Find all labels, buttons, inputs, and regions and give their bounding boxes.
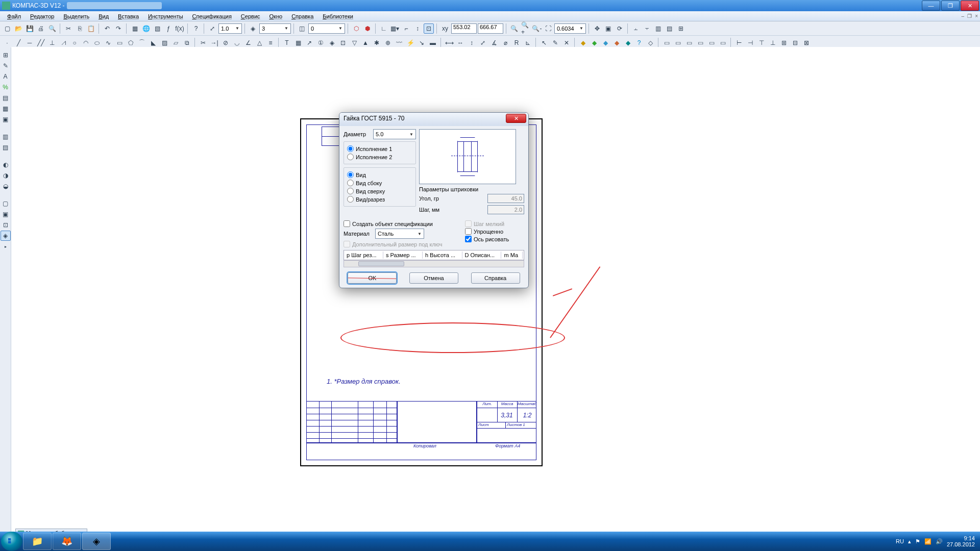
new-icon[interactable]: ▢ (2, 23, 12, 34)
print-icon[interactable]: 🖨 (36, 23, 46, 34)
constraint2-icon[interactable]: ⊣ (745, 38, 755, 48)
offset-icon[interactable]: ⧉ (182, 38, 192, 48)
menu-edit[interactable]: Редактор (26, 12, 58, 20)
tray-flag-icon[interactable]: ⚑ (915, 538, 920, 545)
rough-icon[interactable]: ▽ (349, 38, 359, 48)
zoom-combo[interactable]: 0.6034▼ (554, 23, 586, 34)
snap-icon[interactable]: ⊡ (424, 23, 434, 34)
window-close-button[interactable]: ✕ (961, 1, 979, 11)
scale-combo[interactable]: 1.0▼ (218, 23, 242, 34)
layer-icon[interactable]: ◫ (297, 23, 307, 34)
scale-icon[interactable]: ⤢ (207, 23, 217, 34)
balloon-icon[interactable]: ① (315, 38, 326, 48)
report-tab-icon[interactable]: ▤ (1, 142, 11, 153)
vars-icon[interactable]: ƒ (163, 23, 174, 34)
dim4-icon[interactable]: ⤢ (478, 38, 488, 48)
preview-icon[interactable]: 🔍 (47, 23, 57, 34)
contour-icon[interactable]: ▱ (170, 38, 181, 48)
text-tab-icon[interactable]: A (1, 71, 11, 82)
edit-tab-icon[interactable]: ✎ (1, 61, 11, 71)
menu-service[interactable]: Сервис (237, 12, 264, 20)
dim2-icon[interactable]: ↔ (455, 38, 465, 48)
del-icon[interactable]: ✕ (561, 38, 572, 48)
param-tab-icon[interactable]: ▦ (1, 104, 11, 114)
undo-icon[interactable]: ↶ (102, 23, 112, 34)
dialog-close-button[interactable]: ✕ (506, 114, 526, 123)
hline-icon[interactable]: ─ (24, 38, 35, 48)
axis-checkbox[interactable]: Ось рисовать (465, 236, 524, 242)
col-m[interactable]: m Ма (502, 252, 523, 259)
view-section-radio[interactable]: Вид/разрез (347, 196, 412, 203)
help-button[interactable]: Справка (471, 272, 520, 284)
view4-icon[interactable]: ▭ (695, 38, 705, 48)
window-maximize-button[interactable]: ❐ (941, 1, 960, 11)
mdi-close-button[interactable]: × (975, 13, 978, 19)
grid-dd-icon[interactable]: ▦▾ (390, 23, 400, 34)
text-icon[interactable]: T (282, 38, 292, 48)
simplified-checkbox[interactable]: Упрощенно (465, 228, 524, 235)
task-kompas[interactable]: ◈ (82, 533, 111, 550)
col-h[interactable]: h Высота ... (424, 252, 462, 259)
state-combo[interactable]: 3▼ (259, 23, 291, 34)
layer-combo[interactable]: 0▼ (308, 23, 345, 34)
tool3-icon[interactable]: ◒ (1, 181, 11, 191)
redo-icon[interactable]: ↷ (113, 23, 124, 34)
line-icon[interactable]: ╱ (13, 38, 23, 48)
angle-icon[interactable]: ∠ (243, 38, 253, 48)
task-explorer[interactable]: 📁 (23, 533, 52, 550)
circle-icon[interactable]: ○ (69, 38, 80, 48)
lib2-icon[interactable]: ◆ (589, 38, 599, 48)
lib4-icon[interactable]: ◆ (611, 38, 622, 48)
grid-icon[interactable]: ▦ (130, 23, 140, 34)
sym-tab-icon[interactable]: ▤ (1, 93, 11, 103)
tool5-icon[interactable]: ▣ (1, 209, 11, 219)
dim8-icon[interactable]: ⊾ (523, 38, 533, 48)
coord-x-input[interactable]: 553.02 (451, 23, 477, 34)
view1-icon[interactable]: ▭ (662, 38, 672, 48)
pan-icon[interactable]: ✥ (592, 23, 602, 34)
rect-icon[interactable]: ▭ (114, 38, 125, 48)
dialog-title-bar[interactable]: Гайка ГОСТ 5915 - 70 ✕ (339, 113, 528, 126)
magnet-off-icon[interactable]: ⬢ (362, 23, 373, 34)
zoom-fit-icon[interactable]: ⛶ (543, 23, 553, 34)
section-icon[interactable]: ▬ (428, 38, 438, 48)
lib5-icon[interactable]: ◆ (623, 38, 633, 48)
ruler4-icon[interactable]: ▤ (665, 23, 675, 34)
param-hscroll[interactable] (344, 260, 524, 267)
view2-icon[interactable]: ▭ (673, 38, 683, 48)
arc-icon[interactable]: ◠ (81, 38, 91, 48)
tray-net-icon[interactable]: 📶 (924, 538, 932, 545)
fx-icon[interactable]: f(x) (175, 23, 185, 34)
view-side-radio[interactable]: Вид сбоку (347, 180, 412, 186)
dim3-icon[interactable]: ↕ (467, 38, 477, 48)
constraint4-icon[interactable]: ⊥ (768, 38, 778, 48)
col-d[interactable]: D Описан... (463, 252, 502, 259)
lib1-icon[interactable]: ◆ (578, 38, 588, 48)
trim-icon[interactable]: ✂ (198, 38, 208, 48)
parallel-icon[interactable]: ╱╱ (36, 38, 46, 48)
material-combo[interactable]: Сталь▼ (375, 229, 424, 239)
state-icon[interactable]: ◈ (248, 23, 258, 34)
spec-tab-icon[interactable]: ▥ (1, 132, 11, 142)
view6-icon[interactable]: ▭ (718, 38, 728, 48)
tool4-icon[interactable]: ▢ (1, 198, 11, 209)
exec2-radio[interactable]: Исполнение 2 (347, 154, 412, 160)
view-top-radio[interactable]: Вид сверху (347, 188, 412, 194)
mdi-maximize-button[interactable]: ❐ (967, 13, 972, 19)
ortho-icon[interactable]: ∟ (379, 23, 389, 34)
expand-icon[interactable]: ▸ (1, 241, 11, 252)
spline-icon[interactable]: ∿ (103, 38, 113, 48)
mdi-minimize-button[interactable]: – (962, 13, 965, 19)
menu-window[interactable]: Окно (265, 12, 287, 20)
col-p[interactable]: p Шаг рез... (345, 252, 383, 259)
dim6-icon[interactable]: ⌀ (500, 38, 510, 48)
paste-icon[interactable]: 📋 (86, 23, 96, 34)
menu-insert[interactable]: Вставка (114, 12, 143, 20)
col-s[interactable]: s Размер ... (384, 252, 423, 259)
menu-select[interactable]: Выделить (59, 12, 93, 20)
ruler1-icon[interactable]: ⫠ (631, 23, 641, 34)
chamfer-icon[interactable]: ◣ (148, 38, 158, 48)
point-icon[interactable]: · (2, 38, 12, 48)
constraint6-icon[interactable]: ⊟ (790, 38, 800, 48)
lib3-icon[interactable]: ◆ (600, 38, 610, 48)
